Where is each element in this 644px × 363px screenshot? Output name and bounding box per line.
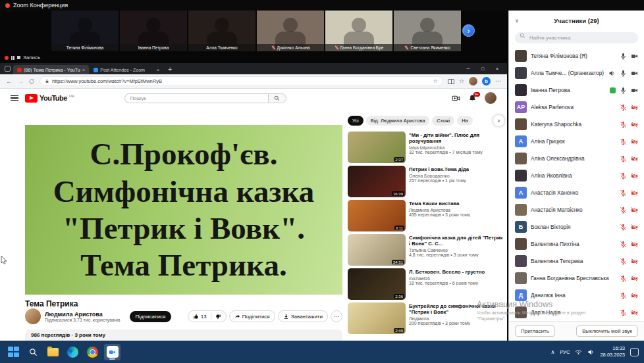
participant-row[interactable]: Д Данилюк Інна — [509, 287, 644, 304]
camera-off-icon[interactable] — [631, 104, 638, 111]
create-video-icon[interactable] — [452, 94, 460, 103]
participant-video-tile[interactable]: Тетяна Філімонова — [51, 11, 119, 51]
camera-off-icon[interactable] — [631, 258, 638, 265]
share-button[interactable]: Поділитися — [229, 310, 275, 322]
thumb-down-icon[interactable] — [215, 314, 221, 320]
minimize-button[interactable]: ─ — [461, 63, 475, 74]
panel-collapse-icon[interactable]: ∨ — [515, 18, 519, 24]
channel-avatar[interactable] — [25, 308, 41, 324]
mic-off-icon[interactable] — [620, 104, 627, 111]
camera-off-icon[interactable] — [631, 241, 638, 248]
video-thumbnail[interactable]: 2:36 — [348, 268, 406, 300]
more-actions-button[interactable]: ⋯ — [331, 310, 342, 322]
participant-video-tile[interactable]: Іванна Петрова — [120, 11, 187, 51]
camera-off-icon[interactable] — [631, 206, 638, 214]
mic-off-icon[interactable] — [620, 258, 627, 265]
participant-video-tile[interactable]: Ганна Богданівна Бре — [325, 11, 392, 51]
mic-off-icon[interactable] — [620, 275, 627, 282]
back-button[interactable]: ← — [6, 78, 13, 85]
filter-chip[interactable]: Усі — [348, 116, 363, 126]
participant-row[interactable]: Б Боклан Вікторія — [509, 218, 644, 235]
browser-tab[interactable]: Post Attendee - Zoom × — [90, 65, 163, 74]
participant-video-tile[interactable]: Докієнко Альона — [257, 11, 324, 51]
participant-row[interactable]: Ганна Богданівна Бреславська — [509, 270, 644, 287]
participant-row[interactable]: А Анастасія Ханенко — [509, 184, 644, 201]
participant-row[interactable]: Алла Тымче... (Организатор) — [509, 64, 644, 82]
stop-recording-icon[interactable] — [17, 56, 20, 59]
related-video-item[interactable]: 24:31 Симфонічна казка для дітей "Петрик… — [348, 234, 504, 266]
participant-row[interactable]: Валентина Пихтіна — [509, 235, 644, 253]
new-tab-button[interactable]: + — [168, 66, 172, 73]
edge-browser-button[interactable] — [65, 344, 81, 360]
like-dislike-pill[interactable]: 13 — [188, 310, 227, 322]
participant-row[interactable]: AP Aleksa Parfenova — [509, 99, 644, 116]
camera-off-icon[interactable] — [631, 309, 638, 316]
taskbar-clock[interactable]: 16:33 28.03.2023 — [600, 345, 625, 358]
subscribe-button[interactable]: Підписатися — [130, 311, 172, 322]
youtube-logo[interactable]: YouTube UA — [25, 94, 74, 103]
maximize-button[interactable]: □ — [475, 63, 490, 74]
video-thumbnail[interactable]: 3:11 — [348, 200, 406, 231]
related-video-item[interactable]: 16:39 Петрик і вовк.Тема діда Олена Боро… — [348, 166, 504, 197]
mic-off-icon[interactable] — [620, 121, 627, 128]
participant-row[interactable]: Анастасія Матвієнко — [509, 201, 644, 218]
bing-icon[interactable]: b — [482, 77, 491, 85]
camera-on-icon[interactable] — [631, 87, 638, 94]
participant-row[interactable]: Іванна Петрова — [509, 82, 644, 99]
download-button[interactable]: Завантажити — [278, 310, 328, 322]
participant-row[interactable]: Тетяна Філімонова (Я) — [509, 47, 644, 64]
browser-profile-avatar[interactable] — [469, 77, 477, 85]
split-screen-icon[interactable] — [448, 79, 454, 84]
mic-off-icon[interactable] — [620, 241, 627, 248]
camera-off-icon[interactable] — [631, 138, 638, 145]
related-video-item[interactable]: 2:36 Л. Бетховен. Весело - грустно micha… — [348, 268, 504, 300]
taskbar-search-button[interactable] — [25, 344, 41, 360]
camera-off-icon[interactable] — [631, 121, 638, 128]
close-button[interactable]: × — [490, 63, 504, 74]
mic-on-icon[interactable] — [620, 53, 627, 60]
mic-off-icon[interactable] — [620, 155, 627, 162]
mute-my-audio-button[interactable]: Выключить мой звук — [576, 326, 638, 337]
bookmark-star-icon[interactable]: ☆ — [433, 78, 438, 84]
channel-name[interactable]: Людмила Аристова — [45, 311, 121, 318]
invite-button[interactable]: Пригласить — [515, 326, 555, 337]
participant-search-input[interactable] — [515, 32, 638, 43]
browser-tab[interactable]: (86) Тема Петрика - YouTu × — [13, 65, 89, 74]
camera-off-icon[interactable] — [631, 172, 638, 180]
profile-avatar[interactable] — [485, 92, 496, 104]
browser-menu-icon[interactable]: ⋯ — [495, 78, 501, 84]
video-description-box[interactable]: 986 переглядів · 3 роки тому — [25, 329, 342, 341]
pause-recording-icon[interactable] — [11, 56, 14, 60]
camera-off-icon[interactable] — [631, 189, 638, 197]
participant-row[interactable]: Аліна Яковлівна — [509, 167, 644, 184]
participant-row[interactable]: Kateryna Shapochka — [509, 116, 644, 133]
forward-button[interactable]: → — [17, 78, 24, 85]
wifi-icon[interactable] — [575, 349, 582, 356]
participant-row[interactable]: Валентина Тетєрева — [509, 253, 644, 270]
menu-icon[interactable] — [11, 95, 18, 101]
refresh-button[interactable] — [28, 78, 35, 85]
participant-row[interactable]: А Аліна Грицюк — [509, 133, 644, 150]
camera-off-icon[interactable] — [631, 155, 638, 162]
search-button[interactable] — [268, 93, 286, 103]
tab-search-icon[interactable] — [5, 66, 11, 72]
participant-row[interactable]: Дар'я Надія — [509, 304, 644, 321]
tray-expand-icon[interactable]: ∧ — [551, 349, 555, 355]
search-input[interactable] — [124, 93, 268, 103]
zoom-app-button[interactable] — [104, 344, 121, 360]
related-video-item[interactable]: 2:37 "Ми - діти війни". Плюс для розучув… — [348, 132, 504, 163]
participant-video-tile[interactable]: Светлана Якименко — [394, 11, 461, 51]
participant-row[interactable]: Аліна Олександрівна — [509, 150, 644, 167]
mic-off-icon[interactable] — [620, 309, 627, 316]
filter-chip[interactable]: Схожі — [432, 116, 454, 126]
start-button[interactable] — [5, 344, 22, 360]
related-video-item[interactable]: 2:49 Буктрейлер до симфонічної казки "Пе… — [348, 302, 504, 334]
notifications-bell-icon[interactable]: 9+ — [468, 94, 477, 103]
mic-on-icon[interactable] — [620, 87, 627, 94]
mic-off-icon[interactable] — [620, 172, 627, 180]
mic-off-icon[interactable] — [620, 224, 627, 231]
mic-off-icon[interactable] — [620, 292, 627, 299]
related-video-item[interactable]: 3:11 Тема Качки вистава Людмила Аристова… — [348, 200, 504, 231]
chrome-browser-button[interactable] — [84, 344, 101, 360]
address-bar[interactable]: https://www.youtube.com/watch?v=MfpSfMwn… — [40, 76, 443, 86]
